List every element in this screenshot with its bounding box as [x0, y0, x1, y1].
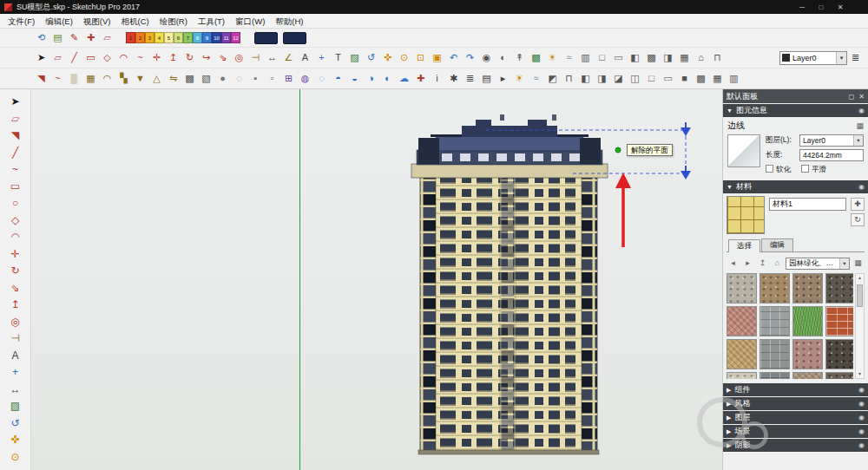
pin-icon[interactable]: ◉	[858, 428, 865, 435]
unhide-icon[interactable]: ◌	[231, 70, 247, 87]
material-swatch-10[interactable]	[760, 339, 790, 369]
flip-edge-tool[interactable]: ⇋	[165, 70, 181, 87]
look-around-tool[interactable]: ◐	[495, 49, 511, 66]
home-icon[interactable]: ⌂	[771, 257, 784, 270]
outer-shell-tool[interactable]: ◌	[313, 70, 330, 87]
tray-section-shadows[interactable]: ▶阴影◉	[723, 439, 868, 452]
material-swatch-4[interactable]	[825, 273, 853, 304]
smoove-tool[interactable]: ◠	[99, 70, 115, 87]
orbit-tool[interactable]: ↺	[3, 415, 29, 433]
previous-view-icon[interactable]: ↶	[445, 49, 462, 66]
hide-icon[interactable]: ●	[214, 70, 231, 87]
monochrome-style-icon[interactable]: ▦	[709, 70, 726, 87]
rectangle-tool[interactable]: ▭	[82, 49, 99, 66]
make-group-tool[interactable]: ◍	[297, 70, 313, 87]
line-tool[interactable]: ╱	[66, 49, 82, 66]
palette-color-10[interactable]: 10	[212, 32, 221, 43]
sandbox-from-scratch-tool[interactable]: ▦	[82, 70, 99, 87]
material-swatch-5[interactable]	[727, 306, 757, 336]
camera-orbit-icon[interactable]: ⟲	[33, 29, 49, 46]
material-swatch-6[interactable]	[760, 306, 790, 336]
front-view-icon[interactable]: ◧	[577, 70, 594, 87]
tray-section-scenes[interactable]: ▶场景◉	[723, 425, 868, 438]
tape-measure-tool[interactable]: ⊣	[247, 49, 264, 66]
scroll-down-arrow[interactable]: ▾	[856, 370, 864, 378]
solid-trim-tool[interactable]: ◑	[363, 70, 379, 87]
material-swatch-15[interactable]	[792, 372, 823, 379]
position-camera-tool[interactable]: ◉	[478, 49, 495, 66]
freehand-tool[interactable]: ~	[3, 161, 29, 179]
textured-style-icon[interactable]: ▩	[643, 49, 660, 66]
building-model[interactable]	[31, 89, 722, 470]
tower-body[interactable]	[418, 176, 599, 454]
protractor-tool[interactable]: ∠	[280, 49, 297, 66]
swatch-scrollbar[interactable]: ▴ ▾	[855, 273, 865, 379]
create-material-button[interactable]: ✚	[851, 198, 865, 211]
material-swatch-11[interactable]	[792, 339, 823, 369]
top-view-icon[interactable]: ⊓	[561, 70, 577, 87]
entity-layer-select[interactable]: Layer0 ▾	[799, 134, 864, 147]
section-plane-tool[interactable]: ▨	[3, 398, 29, 415]
freehand-tool[interactable]: ~	[132, 49, 148, 66]
material-swatch-9[interactable]	[727, 339, 757, 369]
scale-tool[interactable]: ⇘	[214, 49, 231, 66]
walk-tool[interactable]: ↟	[511, 49, 528, 66]
viewport[interactable]: 解除的平面	[31, 89, 722, 470]
palette-color-4[interactable]: 4	[155, 32, 164, 43]
select-tool[interactable]: ➤	[3, 94, 29, 111]
dimension-tool[interactable]: ↔	[3, 382, 29, 399]
shapes-tool[interactable]: ◇	[99, 49, 115, 66]
wireframe-style-icon[interactable]: □	[643, 70, 660, 87]
axes-tool[interactable]: +	[3, 364, 29, 382]
arc-tool[interactable]: ◠	[3, 229, 29, 246]
scroll-up-arrow[interactable]: ▴	[856, 274, 864, 282]
text-tool[interactable]: A	[3, 348, 29, 365]
add-detail-tool[interactable]: △	[148, 70, 165, 87]
select-tool[interactable]: ➤	[33, 49, 49, 66]
section-fill-toggle[interactable]: ▩	[528, 49, 544, 66]
eraser-tool[interactable]: ▱	[49, 49, 66, 66]
section-plane-tool[interactable]: ▨	[346, 49, 363, 66]
wireframe-style-icon[interactable]: □	[594, 49, 610, 66]
palette-color-9[interactable]: 9	[202, 32, 212, 43]
offset-tool[interactable]: ◎	[231, 49, 247, 66]
tray-section-layers[interactable]: ▶图层◉	[723, 411, 868, 424]
image-export-icon[interactable]: ▤	[49, 29, 66, 46]
textured-style-icon[interactable]: ▩	[693, 70, 709, 87]
text-tool[interactable]: A	[297, 49, 313, 66]
pin-icon[interactable]: ◉	[858, 183, 865, 191]
tab-select[interactable]: 选择	[728, 239, 760, 252]
next-view-icon[interactable]: ↷	[462, 49, 478, 66]
menu-camera[interactable]: 相机(C)	[115, 14, 154, 29]
monochrome-style-icon[interactable]: ◨	[660, 49, 676, 66]
right-view-icon[interactable]: ◨	[594, 70, 610, 87]
material-swatch-3[interactable]	[792, 273, 823, 304]
palette-color-3[interactable]: 3	[145, 32, 155, 43]
solid-intersect-tool[interactable]: ◐	[379, 70, 396, 87]
x-ray-style-icon[interactable]: ▥	[726, 70, 742, 87]
menu-help[interactable]: 帮助(H)	[270, 14, 308, 29]
follow-me-tool[interactable]: ↪	[198, 49, 214, 66]
x-ray-style-icon[interactable]: ▦	[676, 49, 693, 66]
tape-measure-tool[interactable]: ⊣	[3, 330, 29, 348]
smooth-checkbox[interactable]	[801, 165, 809, 173]
fog-toggle[interactable]: ≈	[561, 49, 577, 66]
line-tool[interactable]: ╱	[3, 145, 29, 162]
pin-icon[interactable]: ◉	[858, 441, 865, 449]
zoom-tool[interactable]: ⊙	[3, 449, 29, 467]
push-pull-tool[interactable]: ↥	[165, 49, 181, 66]
layers-panel-icon[interactable]: ≣	[847, 49, 864, 66]
move-tool[interactable]: ✛	[148, 49, 165, 66]
menu-view[interactable]: 视图(V)	[78, 14, 116, 29]
material-name-field[interactable]: 材料1	[769, 198, 846, 211]
sandbox-from-contours-tool[interactable]: ▒	[66, 70, 82, 87]
preferences-icon[interactable]: ✱	[445, 70, 462, 87]
layers-icon[interactable]: ≣	[462, 70, 478, 87]
tower-crown[interactable]	[411, 114, 608, 178]
forward-icon[interactable]: ▸	[741, 257, 754, 270]
offset-tool[interactable]: ◎	[3, 314, 29, 331]
scale-tool[interactable]: ⇘	[3, 280, 29, 297]
pan-tool[interactable]: ✜	[379, 49, 396, 66]
material-category-dropdown[interactable]: 园林绿化、地被层和... ▾	[786, 258, 850, 270]
material-swatch-16[interactable]	[825, 372, 853, 379]
